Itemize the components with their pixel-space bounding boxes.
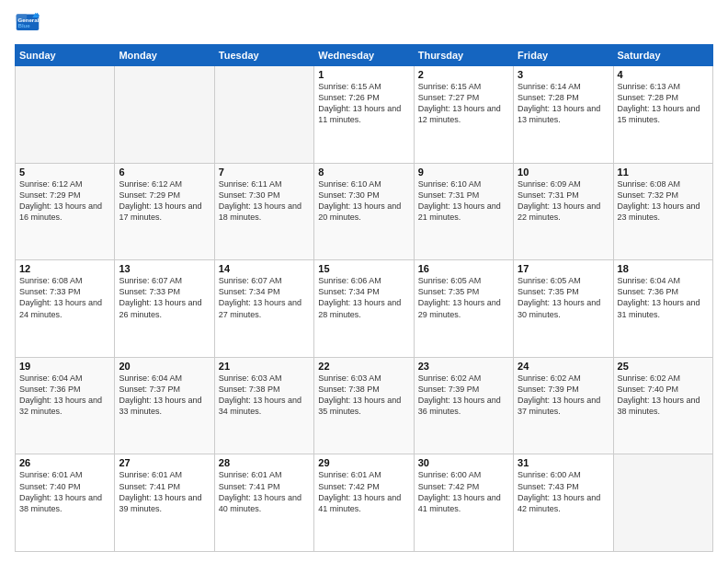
calendar-cell	[613, 454, 712, 552]
day-header-thursday: Thursday	[414, 45, 513, 66]
day-info: Sunrise: 6:08 AM Sunset: 7:32 PM Dayligh…	[618, 178, 709, 224]
day-header-monday: Monday	[115, 45, 214, 66]
day-info: Sunrise: 6:03 AM Sunset: 7:38 PM Dayligh…	[219, 373, 310, 418]
calendar-cell: 12Sunrise: 6:08 AM Sunset: 7:33 PM Dayli…	[16, 260, 115, 358]
day-info: Sunrise: 6:00 AM Sunset: 7:42 PM Dayligh…	[418, 469, 509, 514]
calendar-cell: 31Sunrise: 6:00 AM Sunset: 7:43 PM Dayli…	[514, 454, 613, 552]
day-number: 14	[219, 263, 310, 274]
day-info: Sunrise: 6:02 AM Sunset: 7:40 PM Dayligh…	[618, 373, 709, 418]
day-number: 8	[318, 167, 409, 178]
calendar-cell: 29Sunrise: 6:01 AM Sunset: 7:42 PM Dayli…	[314, 454, 414, 552]
day-number: 17	[518, 263, 609, 274]
calendar-week-row: 19Sunrise: 6:04 AM Sunset: 7:36 PM Dayli…	[16, 357, 713, 454]
day-number: 30	[418, 457, 509, 468]
calendar-table: SundayMondayTuesdayWednesdayThursdayFrid…	[15, 44, 713, 552]
calendar-cell: 5Sunrise: 6:12 AM Sunset: 7:29 PM Daylig…	[16, 163, 115, 260]
day-info: Sunrise: 6:04 AM Sunset: 7:36 PM Dayligh…	[19, 373, 110, 418]
day-info: Sunrise: 6:05 AM Sunset: 7:35 PM Dayligh…	[418, 275, 509, 320]
logo: General Blue	[15, 11, 44, 37]
day-info: Sunrise: 6:08 AM Sunset: 7:33 PM Dayligh…	[19, 275, 110, 320]
calendar-cell: 27Sunrise: 6:01 AM Sunset: 7:41 PM Dayli…	[115, 454, 214, 552]
calendar-cell: 7Sunrise: 6:11 AM Sunset: 7:30 PM Daylig…	[214, 163, 313, 260]
calendar-cell: 10Sunrise: 6:09 AM Sunset: 7:31 PM Dayli…	[514, 163, 613, 260]
day-info: Sunrise: 6:01 AM Sunset: 7:41 PM Dayligh…	[119, 469, 210, 514]
day-info: Sunrise: 6:07 AM Sunset: 7:34 PM Dayligh…	[219, 275, 310, 320]
day-info: Sunrise: 6:02 AM Sunset: 7:39 PM Dayligh…	[518, 373, 609, 418]
day-number: 5	[19, 167, 110, 178]
page: General Blue SundayMondayTuesdayWednesda…	[0, 0, 728, 563]
calendar-cell: 11Sunrise: 6:08 AM Sunset: 7:32 PM Dayli…	[613, 163, 712, 260]
day-header-saturday: Saturday	[613, 45, 712, 66]
day-number: 6	[119, 167, 210, 178]
day-number: 11	[618, 167, 709, 178]
day-info: Sunrise: 6:05 AM Sunset: 7:35 PM Dayligh…	[518, 275, 609, 320]
day-number: 22	[318, 361, 409, 372]
day-number: 13	[119, 263, 210, 274]
calendar-cell: 8Sunrise: 6:10 AM Sunset: 7:30 PM Daylig…	[314, 163, 414, 260]
calendar-cell: 3Sunrise: 6:14 AM Sunset: 7:28 PM Daylig…	[514, 66, 613, 164]
calendar-cell: 28Sunrise: 6:01 AM Sunset: 7:41 PM Dayli…	[214, 454, 313, 552]
day-info: Sunrise: 6:06 AM Sunset: 7:34 PM Dayligh…	[318, 275, 409, 320]
day-info: Sunrise: 6:14 AM Sunset: 7:28 PM Dayligh…	[518, 81, 609, 126]
day-number: 1	[318, 69, 409, 80]
calendar-cell: 9Sunrise: 6:10 AM Sunset: 7:31 PM Daylig…	[414, 163, 513, 260]
calendar-cell: 18Sunrise: 6:04 AM Sunset: 7:36 PM Dayli…	[613, 260, 712, 358]
day-number: 16	[418, 263, 509, 274]
calendar-cell	[16, 66, 115, 164]
day-number: 21	[219, 361, 310, 372]
day-number: 23	[418, 361, 509, 372]
calendar-cell	[214, 66, 313, 164]
day-number: 9	[418, 167, 509, 178]
day-header-sunday: Sunday	[16, 45, 115, 66]
calendar-cell: 26Sunrise: 6:01 AM Sunset: 7:40 PM Dayli…	[16, 454, 115, 552]
day-number: 24	[518, 361, 609, 372]
day-number: 3	[518, 69, 609, 80]
day-info: Sunrise: 6:12 AM Sunset: 7:29 PM Dayligh…	[19, 178, 110, 224]
calendar-header-row: SundayMondayTuesdayWednesdayThursdayFrid…	[16, 45, 713, 66]
day-info: Sunrise: 6:01 AM Sunset: 7:40 PM Dayligh…	[19, 469, 110, 514]
day-info: Sunrise: 6:15 AM Sunset: 7:27 PM Dayligh…	[418, 81, 509, 126]
day-info: Sunrise: 6:12 AM Sunset: 7:29 PM Dayligh…	[119, 178, 210, 224]
day-number: 19	[19, 361, 110, 372]
day-header-friday: Friday	[514, 45, 613, 66]
calendar-cell: 23Sunrise: 6:02 AM Sunset: 7:39 PM Dayli…	[414, 357, 513, 454]
calendar-cell: 6Sunrise: 6:12 AM Sunset: 7:29 PM Daylig…	[115, 163, 214, 260]
calendar-cell: 19Sunrise: 6:04 AM Sunset: 7:36 PM Dayli…	[16, 357, 115, 454]
day-info: Sunrise: 6:02 AM Sunset: 7:39 PM Dayligh…	[418, 373, 509, 418]
day-info: Sunrise: 6:10 AM Sunset: 7:30 PM Dayligh…	[318, 178, 409, 224]
day-info: Sunrise: 6:04 AM Sunset: 7:37 PM Dayligh…	[119, 373, 210, 418]
calendar-cell: 25Sunrise: 6:02 AM Sunset: 7:40 PM Dayli…	[613, 357, 712, 454]
calendar-cell: 21Sunrise: 6:03 AM Sunset: 7:38 PM Dayli…	[214, 357, 313, 454]
calendar-cell: 30Sunrise: 6:00 AM Sunset: 7:42 PM Dayli…	[414, 454, 513, 552]
day-number: 26	[19, 457, 110, 468]
header: General Blue	[15, 11, 713, 37]
day-number: 18	[618, 263, 709, 274]
calendar-cell: 1Sunrise: 6:15 AM Sunset: 7:26 PM Daylig…	[314, 66, 414, 164]
day-number: 7	[219, 167, 310, 178]
calendar-week-row: 26Sunrise: 6:01 AM Sunset: 7:40 PM Dayli…	[16, 454, 713, 552]
day-info: Sunrise: 6:07 AM Sunset: 7:33 PM Dayligh…	[119, 275, 210, 320]
day-info: Sunrise: 6:09 AM Sunset: 7:31 PM Dayligh…	[518, 178, 609, 224]
calendar-cell: 15Sunrise: 6:06 AM Sunset: 7:34 PM Dayli…	[314, 260, 414, 358]
day-number: 12	[19, 263, 110, 274]
day-info: Sunrise: 6:01 AM Sunset: 7:42 PM Dayligh…	[318, 469, 409, 514]
day-number: 27	[119, 457, 210, 468]
day-number: 31	[518, 457, 609, 468]
calendar-cell: 4Sunrise: 6:13 AM Sunset: 7:28 PM Daylig…	[613, 66, 712, 164]
day-number: 28	[219, 457, 310, 468]
calendar-week-row: 5Sunrise: 6:12 AM Sunset: 7:29 PM Daylig…	[16, 163, 713, 260]
day-number: 15	[318, 263, 409, 274]
calendar-cell: 14Sunrise: 6:07 AM Sunset: 7:34 PM Dayli…	[214, 260, 313, 358]
calendar-cell: 20Sunrise: 6:04 AM Sunset: 7:37 PM Dayli…	[115, 357, 214, 454]
day-number: 2	[418, 69, 509, 80]
day-info: Sunrise: 6:04 AM Sunset: 7:36 PM Dayligh…	[618, 275, 709, 320]
day-info: Sunrise: 6:03 AM Sunset: 7:38 PM Dayligh…	[318, 373, 409, 418]
day-number: 20	[119, 361, 210, 372]
calendar-cell: 22Sunrise: 6:03 AM Sunset: 7:38 PM Dayli…	[314, 357, 414, 454]
day-info: Sunrise: 6:13 AM Sunset: 7:28 PM Dayligh…	[618, 81, 709, 126]
calendar-week-row: 12Sunrise: 6:08 AM Sunset: 7:33 PM Dayli…	[16, 260, 713, 358]
svg-text:Blue: Blue	[18, 22, 31, 29]
calendar-cell: 24Sunrise: 6:02 AM Sunset: 7:39 PM Dayli…	[514, 357, 613, 454]
calendar-cell	[115, 66, 214, 164]
day-info: Sunrise: 6:00 AM Sunset: 7:43 PM Dayligh…	[518, 469, 609, 514]
